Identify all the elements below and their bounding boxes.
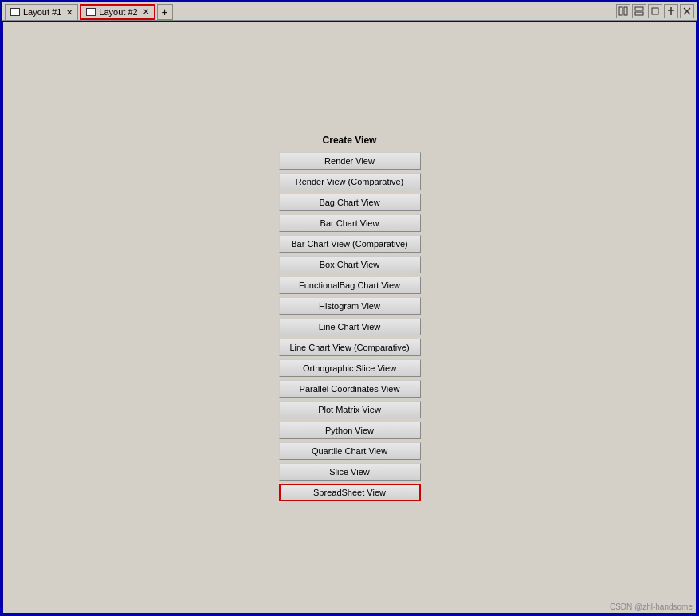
tab-layout1[interactable]: Layout #1 ✕ bbox=[5, 4, 78, 20]
pin-icon bbox=[666, 6, 676, 16]
render-view-button[interactable]: Render View bbox=[279, 152, 421, 170]
tab-icon-2 bbox=[86, 8, 96, 16]
spreadsheet-view-button[interactable]: SpreadSheet View bbox=[279, 484, 421, 501]
svg-rect-2 bbox=[635, 7, 643, 10]
maximize-icon bbox=[650, 6, 660, 16]
bar-chart-view-button[interactable]: Bar Chart View bbox=[279, 214, 421, 232]
create-view-title: Create View bbox=[323, 135, 377, 146]
svg-rect-4 bbox=[652, 8, 658, 14]
tab-bar: Layout #1 ✕ Layout #2 ✕ + bbox=[2, 2, 697, 21]
tab2-label: Layout #2 bbox=[99, 7, 137, 17]
close-button[interactable] bbox=[680, 4, 694, 18]
split-vertical-button[interactable] bbox=[632, 4, 646, 18]
svg-rect-0 bbox=[619, 7, 622, 15]
functionalbag-chart-view-button[interactable]: FunctionalBag Chart View bbox=[279, 277, 421, 294]
split-horizontal-button[interactable] bbox=[616, 4, 630, 18]
svg-rect-3 bbox=[635, 12, 643, 15]
tab-layout2[interactable]: Layout #2 ✕ bbox=[80, 4, 155, 20]
split-v-icon bbox=[634, 6, 644, 16]
pin-button[interactable] bbox=[664, 4, 678, 18]
split-h-icon bbox=[618, 6, 628, 16]
slice-view-button[interactable]: Slice View bbox=[279, 463, 421, 481]
histogram-view-button[interactable]: Histogram View bbox=[279, 297, 421, 315]
render-view-comparative-button[interactable]: Render View (Comparative) bbox=[279, 173, 421, 190]
python-view-button[interactable]: Python View bbox=[279, 422, 421, 439]
bag-chart-view-button[interactable]: Bag Chart View bbox=[279, 194, 421, 211]
line-chart-view-button[interactable]: Line Chart View bbox=[279, 318, 421, 335]
plot-matrix-view-button[interactable]: Plot Matrix View bbox=[279, 401, 421, 418]
line-chart-view-comparative-button[interactable]: Line Chart View (Comparative) bbox=[279, 339, 421, 356]
maximize-button[interactable] bbox=[648, 4, 662, 18]
close-icon bbox=[682, 6, 692, 16]
main-window: Layout #1 ✕ Layout #2 ✕ + bbox=[0, 0, 699, 616]
tab1-close[interactable]: ✕ bbox=[66, 8, 73, 17]
box-chart-view-button[interactable]: Box Chart View bbox=[279, 256, 421, 273]
tab-add-button[interactable]: + bbox=[157, 4, 173, 20]
parallel-coordinates-view-button[interactable]: Parallel Coordinates View bbox=[279, 380, 421, 398]
create-view-panel: Create View Render View Render View (Com… bbox=[279, 135, 421, 501]
tab2-close[interactable]: ✕ bbox=[143, 7, 149, 16]
tab-icon-1 bbox=[10, 8, 20, 16]
quartile-chart-view-button[interactable]: Quartile Chart View bbox=[279, 442, 421, 460]
content-area: Create View Render View Render View (Com… bbox=[2, 21, 697, 614]
svg-rect-1 bbox=[624, 7, 627, 15]
watermark: CSDN @zhl-handsome bbox=[610, 602, 693, 611]
orthographic-slice-view-button[interactable]: Orthographic Slice View bbox=[279, 359, 421, 377]
bar-chart-view-comparative-button[interactable]: Bar Chart View (Comparative) bbox=[279, 235, 421, 253]
tab1-label: Layout #1 bbox=[23, 7, 61, 17]
